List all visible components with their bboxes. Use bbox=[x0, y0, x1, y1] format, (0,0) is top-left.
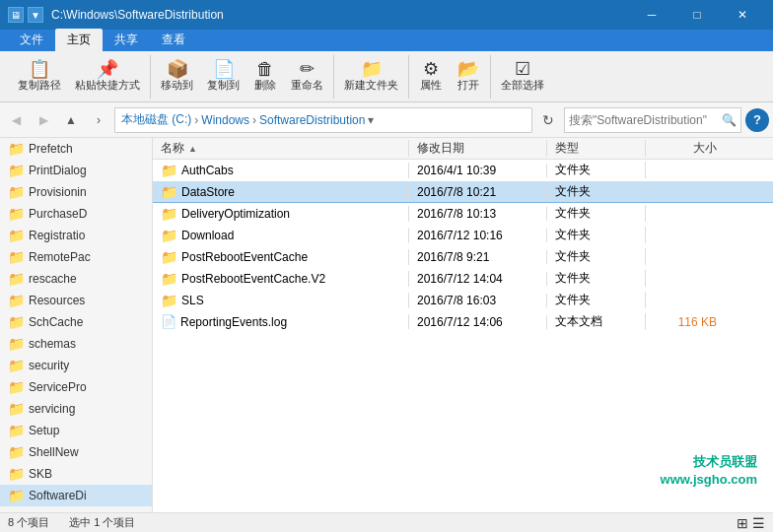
breadcrumb: 本地磁盘 (C:) › Windows › SoftwareDistributi… bbox=[114, 107, 532, 133]
title-icon-1: 🖥 bbox=[8, 7, 24, 23]
title-icon-2: ▼ bbox=[28, 7, 43, 23]
sidebar-item-printdialog[interactable]: 📁 PrintDialog bbox=[0, 160, 152, 181]
sidebar-item-schcache[interactable]: 📁 SchCache bbox=[0, 311, 152, 333]
main-area: 📁 Prefetch 📁 PrintDialog 📁 Provisionin 📁… bbox=[0, 138, 773, 512]
column-type[interactable]: 类型 bbox=[547, 140, 646, 157]
column-size[interactable]: 大小 bbox=[646, 140, 725, 157]
sidebar-item-security[interactable]: 📁 security bbox=[0, 355, 152, 376]
tab-file[interactable]: 文件 bbox=[8, 29, 55, 51]
sidebar-item-servicing[interactable]: 📁 servicing bbox=[0, 398, 152, 420]
search-box[interactable]: 🔍 bbox=[564, 107, 741, 133]
sidebar-item-servicepro[interactable]: 📁 ServicePro bbox=[0, 376, 152, 398]
refresh-button[interactable]: ↻ bbox=[536, 108, 560, 132]
copy-path-icon: 📋 bbox=[29, 60, 50, 78]
search-input[interactable] bbox=[569, 113, 722, 127]
title-bar-icons: 🖥 ▼ bbox=[8, 7, 43, 23]
help-button[interactable]: ? bbox=[745, 108, 769, 132]
sidebar-item-skb[interactable]: 📁 SKB bbox=[0, 463, 152, 485]
rename-icon: ✏ bbox=[300, 60, 315, 78]
paste-shortcut-button[interactable]: 📌 粘贴快捷方式 bbox=[69, 57, 146, 97]
file-list: 名称 ▲ 修改日期 类型 大小 📁 AuthCabs 2016/4/1 10:3… bbox=[153, 138, 773, 512]
open-icon: 📂 bbox=[457, 60, 479, 78]
folder-icon: 📁 bbox=[8, 249, 25, 265]
sidebar-item-setup[interactable]: 📁 Setup bbox=[0, 420, 152, 441]
folder-icon: 📁 bbox=[8, 423, 25, 438]
move-to-icon: 📦 bbox=[167, 60, 188, 78]
file-row[interactable]: 📁 DataStore 2016/7/8 10:21 文件夹 bbox=[153, 181, 773, 203]
delete-icon: 🗑 bbox=[256, 60, 274, 78]
tab-view[interactable]: 查看 bbox=[150, 29, 197, 51]
folder-icon: 📁 bbox=[161, 271, 177, 287]
folder-icon: 📁 bbox=[8, 401, 25, 417]
close-button[interactable]: ✕ bbox=[720, 0, 765, 30]
folder-icon: 📁 bbox=[8, 509, 25, 512]
sidebar-item-shellnew[interactable]: 📁 ShellNew bbox=[0, 441, 152, 463]
sidebar-item-provisionin[interactable]: 📁 Provisionin bbox=[0, 181, 152, 203]
folder-icon: 📁 bbox=[8, 141, 25, 157]
breadcrumb-local-disk[interactable]: 本地磁盘 (C:) bbox=[121, 111, 191, 128]
folder-icon: 📁 bbox=[8, 163, 25, 178]
sidebar: 📁 Prefetch 📁 PrintDialog 📁 Provisionin 📁… bbox=[0, 138, 153, 512]
up-button[interactable]: ▲ bbox=[59, 108, 83, 132]
grid-view-button[interactable]: ⊞ bbox=[737, 515, 748, 531]
sidebar-item-registratio[interactable]: 📁 Registratio bbox=[0, 225, 152, 246]
file-row[interactable]: 📁 PostRebootEventCache.V2 2016/7/12 14:0… bbox=[153, 268, 773, 290]
copy-path-button[interactable]: 📋 复制路径 bbox=[12, 57, 67, 97]
breadcrumb-windows[interactable]: Windows bbox=[201, 113, 249, 127]
folder-icon: 📁 bbox=[8, 336, 25, 352]
column-date[interactable]: 修改日期 bbox=[409, 140, 547, 157]
file-row[interactable]: 📁 PostRebootEventCache 2016/7/8 9:21 文件夹 bbox=[153, 246, 773, 268]
folder-icon: 📁 bbox=[8, 184, 25, 200]
ribbon-group-clipboard: 📦 移动到 📄 复制到 🗑 删除 ✏ 重命名 bbox=[151, 55, 334, 99]
folder-icon: 📁 bbox=[8, 206, 25, 222]
document-icon: 📄 bbox=[161, 314, 176, 329]
tab-home[interactable]: 主页 bbox=[55, 29, 103, 51]
sidebar-item-remotepac[interactable]: 📁 RemotePac bbox=[0, 246, 152, 268]
ribbon-group-select: ☑ 全部选择 bbox=[491, 55, 554, 99]
column-name[interactable]: 名称 ▲ bbox=[153, 140, 409, 157]
new-folder-icon: 📁 bbox=[361, 60, 383, 78]
address-bar: ◀ ▶ ▲ › 本地磁盘 (C:) › Windows › SoftwareDi… bbox=[0, 102, 773, 138]
maximize-button[interactable]: □ bbox=[674, 0, 720, 30]
ribbon-tabs: 文件 主页 共享 查看 bbox=[0, 30, 773, 51]
sidebar-item-speech[interactable]: 📁 Speech bbox=[0, 506, 152, 512]
breadcrumb-softwaredistribution[interactable]: SoftwareDistribution bbox=[259, 113, 365, 127]
sidebar-item-resources[interactable]: 📁 Resources bbox=[0, 290, 152, 311]
new-folder-button[interactable]: 📁 新建文件夹 bbox=[338, 57, 404, 97]
ribbon-bar: 📋 复制路径 📌 粘贴快捷方式 📦 移动到 📄 复制到 🗑 删除 ✏ 重命名 📁… bbox=[0, 51, 773, 102]
move-to-button[interactable]: 📦 移动到 bbox=[155, 57, 199, 97]
sidebar-item-prefetch[interactable]: 📁 Prefetch bbox=[0, 138, 152, 160]
folder-icon: 📁 bbox=[8, 228, 25, 243]
copy-to-button[interactable]: 📄 复制到 bbox=[201, 57, 246, 97]
back-button[interactable]: ◀ bbox=[4, 108, 28, 132]
folder-icon: 📁 bbox=[8, 444, 25, 460]
sidebar-item-purchased[interactable]: 📁 PurchaseD bbox=[0, 203, 152, 225]
properties-button[interactable]: ⚙ 属性 bbox=[413, 57, 449, 97]
window-controls: ─ □ ✕ bbox=[629, 0, 765, 30]
folder-icon: 📁 bbox=[8, 293, 25, 308]
view-controls: ⊞ ☰ bbox=[737, 515, 765, 531]
status-selected: 选中 1 个项目 bbox=[69, 515, 135, 530]
list-view-button[interactable]: ☰ bbox=[752, 515, 765, 531]
open-button[interactable]: 📂 打开 bbox=[451, 57, 486, 97]
minimize-button[interactable]: ─ bbox=[629, 0, 674, 30]
sidebar-item-rescache[interactable]: 📁 rescache bbox=[0, 268, 152, 290]
forward-button[interactable]: ▶ bbox=[32, 108, 55, 132]
folder-icon: 📁 bbox=[161, 163, 177, 178]
status-total: 8 个项目 bbox=[8, 515, 49, 530]
file-row[interactable]: 📁 DeliveryOptimization 2016/7/8 10:13 文件… bbox=[153, 203, 773, 225]
folder-icon: 📁 bbox=[161, 184, 177, 200]
window-title: C:\Windows\SoftwareDistribution bbox=[51, 8, 629, 22]
sidebar-item-softwaredi[interactable]: 📁 SoftwareDi bbox=[0, 485, 152, 506]
file-row[interactable]: 📄 ReportingEvents.log 2016/7/12 14:06 文本… bbox=[153, 311, 773, 333]
file-row[interactable]: 📁 Download 2016/7/12 10:16 文件夹 bbox=[153, 225, 773, 246]
file-row[interactable]: 📁 SLS 2016/7/8 16:03 文件夹 bbox=[153, 290, 773, 311]
rename-button[interactable]: ✏ 重命名 bbox=[285, 57, 329, 97]
select-all-button[interactable]: ☑ 全部选择 bbox=[495, 57, 550, 97]
file-row[interactable]: 📁 AuthCabs 2016/4/1 10:39 文件夹 bbox=[153, 160, 773, 181]
delete-button[interactable]: 🗑 删除 bbox=[247, 57, 283, 97]
folder-icon: 📁 bbox=[161, 228, 177, 243]
sidebar-item-schemas[interactable]: 📁 schemas bbox=[0, 333, 152, 355]
tab-share[interactable]: 共享 bbox=[103, 29, 150, 51]
sort-arrow-icon: ▲ bbox=[188, 144, 197, 154]
